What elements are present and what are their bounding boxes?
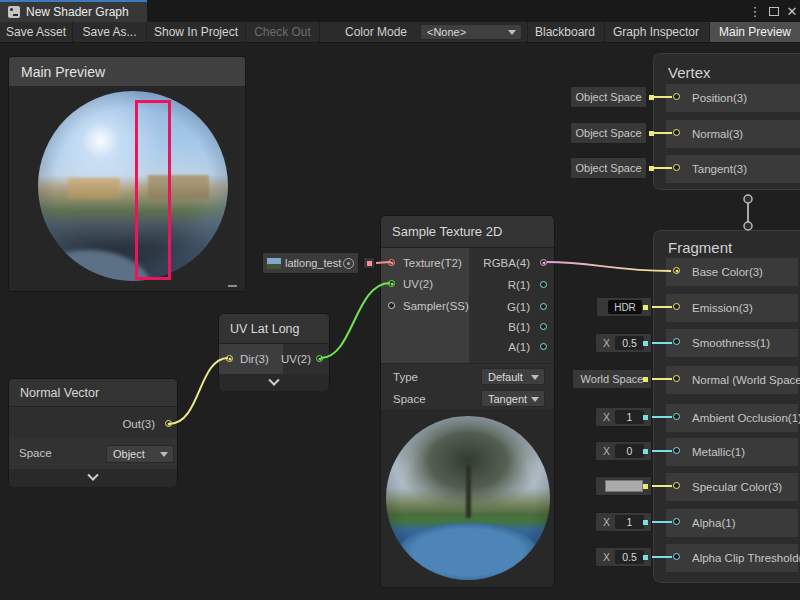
emission-hdr-widget[interactable]: HDR xyxy=(596,297,652,317)
main-preview-title: Main Preview xyxy=(21,64,105,80)
connector-dot xyxy=(649,95,654,100)
graph-inspector-toggle-button[interactable]: Graph Inspector xyxy=(604,22,707,42)
connector-dot xyxy=(643,484,648,489)
normal-ws-space-pill[interactable]: World Space xyxy=(572,369,652,389)
tab-title: New Shader Graph xyxy=(26,5,129,19)
connector-dot xyxy=(643,305,648,310)
collapse-preview-button[interactable] xyxy=(219,374,329,391)
smoothness-value-widget[interactable]: X 0.5 xyxy=(595,333,652,353)
sample-texture-2d-node[interactable]: Sample Texture 2D Texture(T2) UV(2) Samp… xyxy=(380,215,555,588)
connector-dot xyxy=(643,555,648,560)
show-in-project-button[interactable]: Show In Project xyxy=(147,22,246,42)
connector-dot xyxy=(649,131,654,136)
dir-input-port[interactable] xyxy=(226,355,233,362)
tab-new-shader-graph[interactable]: New Shader Graph xyxy=(0,0,147,22)
fragment-row-metallic[interactable]: Metallic(1) xyxy=(666,438,798,466)
title-bar: New Shader Graph ⋮ ✕ xyxy=(0,0,800,22)
vertex-row-normal[interactable]: Normal(3) xyxy=(666,120,800,148)
texture-asset-name: latlong_test xyxy=(285,257,341,269)
tangent-port[interactable] xyxy=(673,164,680,171)
ambient-occlusion-value-widget[interactable]: X 1 xyxy=(595,407,652,427)
color-mode-dropdown[interactable]: <None> xyxy=(420,24,522,40)
fragment-row-base-color[interactable]: Base Color(3) xyxy=(666,258,798,286)
alpha-value-widget[interactable]: X 1 xyxy=(595,512,652,532)
metallic-port[interactable] xyxy=(673,447,680,454)
node-title[interactable]: Sample Texture 2D xyxy=(381,216,554,248)
preview-sphere xyxy=(38,91,228,281)
normal-ws-port[interactable] xyxy=(673,375,680,382)
position-space-pill[interactable]: Object Space xyxy=(570,86,647,108)
save-as-button[interactable]: Save As... xyxy=(73,22,147,42)
specular-color-port[interactable] xyxy=(673,482,680,489)
alpha-port[interactable] xyxy=(673,518,680,525)
main-preview-header[interactable]: Main Preview xyxy=(9,57,245,86)
color-mode-label: Color Mode xyxy=(345,22,407,42)
dropdown-arrow-icon xyxy=(531,375,539,380)
fragment-block-title: Fragment xyxy=(668,239,732,256)
alpha-clip-value-widget[interactable]: X 0.5 xyxy=(595,547,652,567)
blackboard-toggle-button[interactable]: Blackboard xyxy=(527,22,602,42)
color-swatch[interactable] xyxy=(605,480,643,492)
texture-thumbnail xyxy=(267,258,281,269)
texture-asset-field[interactable]: latlong_test xyxy=(262,252,359,274)
output-row: Out(3) xyxy=(9,407,177,439)
fragment-row-alpha-clip[interactable]: Alpha Clip Threshold(1) xyxy=(666,544,798,572)
uv-output-port[interactable] xyxy=(316,355,323,362)
fragment-row-emission[interactable]: Emission(3) xyxy=(666,294,798,322)
node-title[interactable]: UV Lat Long xyxy=(219,314,329,344)
smoothness-port[interactable] xyxy=(673,338,680,345)
base-color-port[interactable] xyxy=(673,267,680,274)
texture-input-port[interactable] xyxy=(388,259,395,266)
specular-color-widget[interactable] xyxy=(595,476,652,496)
environment-houses xyxy=(68,178,119,199)
type-dropdown[interactable]: Default xyxy=(481,368,545,385)
vertex-block-title: Vertex xyxy=(668,64,711,81)
ambient-occlusion-port[interactable] xyxy=(673,413,680,420)
normal-space-pill[interactable]: Object Space xyxy=(570,122,647,144)
a-output-port[interactable] xyxy=(540,343,547,350)
chevron-down-icon xyxy=(87,470,98,481)
position-port[interactable] xyxy=(673,93,680,100)
close-icon[interactable]: ✕ xyxy=(784,0,800,22)
b-output-port[interactable] xyxy=(540,323,547,330)
fragment-row-ambient-occlusion[interactable]: Ambient Occlusion(1) xyxy=(666,404,798,432)
fragment-row-normal-ws[interactable]: Normal (World Space)(3) xyxy=(666,366,798,394)
shader-graph-icon xyxy=(8,6,20,18)
space-dropdown[interactable]: Object xyxy=(106,445,174,463)
main-preview-toggle-button[interactable]: Main Preview xyxy=(709,22,800,42)
uv-input-port[interactable] xyxy=(388,280,395,287)
metallic-value-widget[interactable]: X 0 xyxy=(595,441,652,461)
connector-dot xyxy=(643,377,648,382)
connector-dot xyxy=(643,520,648,525)
main-preview-panel: Main Preview xyxy=(8,56,246,292)
vertex-block[interactable]: Vertex Position(3) Normal(3) Tangent(3) xyxy=(653,53,800,190)
rgba-output-port[interactable] xyxy=(540,259,547,266)
alpha-clip-port[interactable] xyxy=(673,553,680,560)
vertex-row-tangent[interactable]: Tangent(3) xyxy=(666,155,800,183)
normal-vector-node[interactable]: Normal Vector Out(3) Space Object xyxy=(8,378,178,486)
node-options: Type Default Space Tangent xyxy=(381,363,554,411)
uv-lat-long-node[interactable]: UV Lat Long Dir(3) UV(2) xyxy=(218,313,330,390)
dropdown-arrow-icon xyxy=(531,397,539,402)
collapse-preview-button[interactable] xyxy=(9,469,177,487)
r-output-port[interactable] xyxy=(540,281,547,288)
object-picker-icon[interactable] xyxy=(343,258,354,269)
maximize-icon[interactable] xyxy=(766,0,782,22)
g-output-port[interactable] xyxy=(540,303,547,310)
fragment-row-alpha[interactable]: Alpha(1) xyxy=(666,509,798,537)
fragment-block[interactable]: Fragment Base Color(3) Emission(3) Smoot… xyxy=(653,230,800,583)
node-title[interactable]: Normal Vector xyxy=(9,379,177,407)
window-menu-icon[interactable]: ⋮ xyxy=(748,0,762,22)
normal-port[interactable] xyxy=(673,129,680,136)
space-dropdown[interactable]: Tangent xyxy=(481,390,545,407)
emission-port[interactable] xyxy=(673,303,680,310)
texture-connector xyxy=(363,257,375,269)
save-asset-button[interactable]: Save Asset xyxy=(0,22,73,42)
out-output-port[interactable] xyxy=(165,420,172,427)
fragment-row-smoothness[interactable]: Smoothness(1) xyxy=(666,329,798,357)
vertex-row-position[interactable]: Position(3) xyxy=(666,84,800,112)
panel-resize-handle[interactable] xyxy=(228,285,237,287)
tangent-space-pill[interactable]: Object Space xyxy=(570,157,647,179)
sampler-input-port[interactable] xyxy=(388,302,395,309)
fragment-row-specular-color[interactable]: Specular Color(3) xyxy=(666,473,798,501)
